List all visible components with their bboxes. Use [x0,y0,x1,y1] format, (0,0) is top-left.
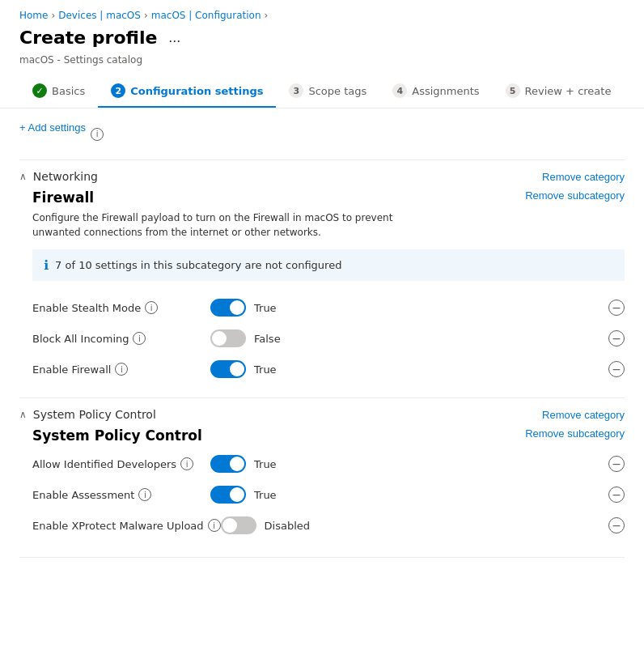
firewall-info-banner: ℹ 7 of 10 settings in this subcategory a… [32,249,625,281]
tab-basics[interactable]: ✓ Basics [19,75,98,108]
tabs-nav: ✓ Basics 2 Configuration settings 3 Scop… [0,75,644,108]
setting-row-enable-firewall: Enable Firewall i True − [32,354,625,385]
identified-devs-value: True [254,458,277,470]
identified-devs-control: True [210,455,608,473]
system-policy-settings-list: Allow Identified Developers i True − Ena… [32,448,625,547]
tab-basics-label: Basics [52,85,85,97]
stealth-mode-remove-icon[interactable]: − [608,300,625,316]
remove-subcategory-firewall-button[interactable]: Remove subcategory [525,189,625,202]
enable-firewall-value: True [254,363,277,376]
identified-devs-info-icon[interactable]: i [180,457,193,470]
setting-label-stealth-mode: Enable Stealth Mode i [32,301,210,314]
enable-firewall-remove-icon[interactable]: − [608,361,625,377]
setting-row-enable-assessment: Enable Assessment i True − [32,479,625,510]
enable-assessment-remove-icon[interactable]: − [608,487,625,503]
remove-category-networking-button[interactable]: Remove category [542,171,625,183]
xprotect-control: Disabled [221,516,608,534]
block-incoming-label-text: Block All Incoming [32,333,129,345]
breadcrumb-devices[interactable]: Devices | macOS [58,10,141,21]
stealth-mode-value: True [254,302,277,314]
stealth-mode-info-icon[interactable]: i [145,301,158,314]
xprotect-label-text: Enable XProtect Malware Upload [32,520,204,532]
setting-label-enable-firewall: Enable Firewall i [32,363,210,376]
block-incoming-toggle[interactable] [210,329,246,347]
category-networking-header: ∧ Networking Remove category [19,160,625,189]
category-system-policy: ∧ System Policy Control Remove category … [19,397,625,547]
tab-configuration[interactable]: 2 Configuration settings [98,75,276,108]
xprotect-value: Disabled [265,520,310,532]
tab-review-label: Review + create [525,85,612,97]
enable-assessment-control: True [210,486,608,504]
subcategory-system-policy-header: System Policy Control Remove subcategory [32,427,625,444]
setting-label-xprotect: Enable XProtect Malware Upload i [32,519,221,532]
remove-category-system-policy-button[interactable]: Remove category [542,409,625,421]
setting-label-enable-assessment: Enable Assessment i [32,488,210,501]
subcategory-system-policy: System Policy Control Remove subcategory… [19,427,625,547]
tab-scope[interactable]: 3 Scope tags [276,75,379,108]
stealth-mode-toggle[interactable] [210,299,246,317]
category-system-policy-title-row: ∧ System Policy Control [19,408,156,421]
enable-firewall-info-icon[interactable]: i [115,363,128,376]
add-settings-info-icon[interactable]: i [91,128,104,141]
subcategory-firewall: Firewall Remove subcategory Configure th… [19,189,625,391]
xprotect-remove-icon[interactable]: − [608,517,625,533]
stealth-mode-label-text: Enable Stealth Mode [32,302,141,314]
breadcrumb-sep3: › [265,10,269,21]
subcategory-firewall-name: Firewall [32,189,94,206]
remove-subcategory-system-policy-button[interactable]: Remove subcategory [525,427,625,440]
enable-firewall-toggle[interactable] [210,360,246,378]
setting-row-xprotect: Enable XProtect Malware Upload i Disable… [32,510,625,541]
enable-assessment-label-text: Enable Assessment [32,489,134,501]
block-incoming-info-icon[interactable]: i [133,332,146,345]
block-incoming-value: False [254,333,281,345]
enable-assessment-value: True [254,489,277,501]
block-incoming-control: False [210,329,608,347]
enable-assessment-info-icon[interactable]: i [138,488,151,501]
tab-basics-check: ✓ [32,83,47,98]
tab-review-num: 5 [506,83,520,98]
page-title: Create profile [19,28,157,48]
enable-firewall-label-text: Enable Firewall [32,363,111,376]
category-networking-name: Networking [33,170,98,183]
identified-devs-toggle[interactable] [210,455,246,473]
tab-configuration-label: Configuration settings [130,85,263,97]
page-subtitle: macOS - Settings catalog [0,54,644,75]
setting-label-block-incoming: Block All Incoming i [32,332,210,345]
identified-devs-remove-icon[interactable]: − [608,456,625,472]
category-networking-title-row: ∧ Networking [19,170,98,183]
xprotect-toggle[interactable] [221,516,256,534]
stealth-mode-control: True [210,299,608,317]
main-content: + Add settings i ∧ Networking Remove cat… [0,108,644,571]
breadcrumb-sep1: › [51,10,55,21]
tab-assignments[interactable]: 4 Assignments [379,75,492,108]
block-incoming-remove-icon[interactable]: − [608,330,625,346]
banner-info-icon: ℹ [44,257,49,273]
add-settings-button[interactable]: + Add settings [19,121,86,134]
page-header: Create profile ... [0,24,644,54]
setting-label-identified-devs: Allow Identified Developers i [32,457,210,470]
subcategory-firewall-header: Firewall Remove subcategory [32,189,625,206]
breadcrumb-sep2: › [144,10,148,21]
xprotect-info-icon[interactable]: i [208,519,221,532]
tab-review[interactable]: 5 Review + create [493,75,625,108]
firewall-settings-list: Enable Stealth Mode i True − Block All I… [32,292,625,391]
tab-assignments-label: Assignments [412,85,479,97]
enable-firewall-control: True [210,360,608,378]
setting-row-identified-devs: Allow Identified Developers i True − [32,448,625,479]
breadcrumb: Home › Devices | macOS › macOS | Configu… [0,0,644,24]
identified-devs-label-text: Allow Identified Developers [32,458,176,470]
breadcrumb-config[interactable]: macOS | Configuration [151,10,261,21]
tab-scope-num: 3 [289,83,303,98]
breadcrumb-home[interactable]: Home [19,10,48,21]
enable-assessment-toggle[interactable] [210,486,246,504]
chevron-system-policy[interactable]: ∧ [19,409,27,420]
ellipsis-button[interactable]: ... [163,28,185,48]
setting-row-stealth-mode: Enable Stealth Mode i True − [32,292,625,323]
category-networking: ∧ Networking Remove category Firewall Re… [19,159,625,391]
subcategory-system-policy-name: System Policy Control [32,427,202,444]
firewall-banner-text: 7 of 10 settings in this subcategory are… [55,259,341,271]
subcategory-firewall-desc: Configure the Firewall payload to turn o… [32,210,437,240]
setting-row-block-incoming: Block All Incoming i False − [32,323,625,354]
tab-configuration-num: 2 [111,83,125,98]
chevron-networking[interactable]: ∧ [19,171,27,182]
